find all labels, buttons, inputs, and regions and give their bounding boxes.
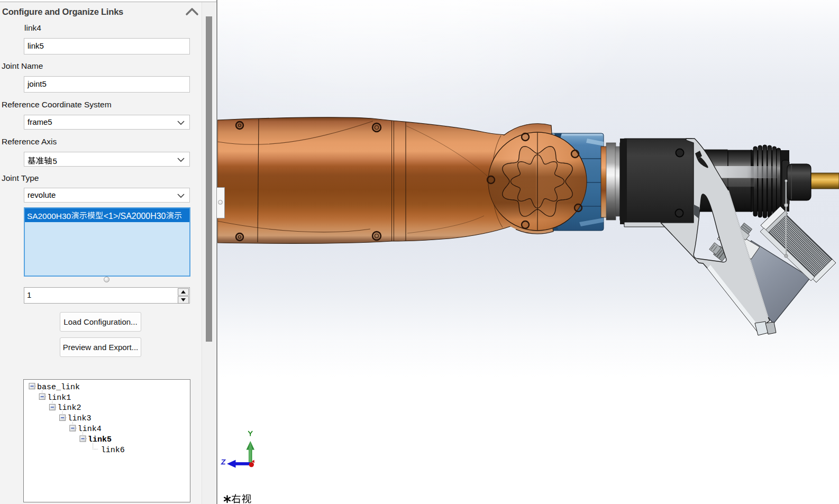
svg-text:<1>/SA2000H30: <1>/SA2000H30 [104, 212, 166, 221]
svg-text:base_link: base_link [37, 383, 80, 392]
svg-text:link4: link4 [78, 425, 102, 434]
svg-text:link6: link6 [101, 446, 125, 455]
svg-text:link5: link5 [88, 435, 112, 444]
svg-text:link3: link3 [68, 414, 92, 423]
svg-text:link1: link1 [47, 393, 71, 402]
svg-text:SA2000H30: SA2000H30 [27, 212, 71, 221]
svg-text:link2: link2 [57, 404, 81, 413]
svg-text:5: 5 [53, 157, 57, 166]
